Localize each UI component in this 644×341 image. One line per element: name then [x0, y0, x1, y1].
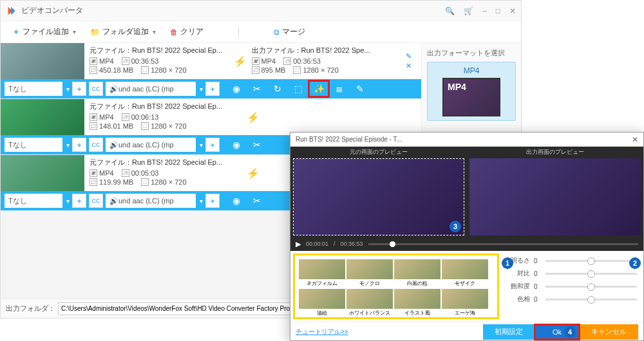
cc-button[interactable]: CC: [89, 194, 103, 208]
folder-icon: ▢: [90, 66, 97, 74]
clear-button[interactable]: 🗑クリア: [165, 24, 209, 40]
format-icon: ▣: [90, 57, 97, 65]
edit-icon[interactable]: ✎: [406, 52, 412, 60]
add-subtitle-button[interactable]: +: [72, 82, 86, 96]
dialog-close-icon[interactable]: ✕: [632, 135, 638, 144]
subtitle-select[interactable]: T なし: [5, 82, 62, 96]
cut-tool-icon[interactable]: ✂: [247, 192, 267, 209]
add-subtitle-button[interactable]: +: [72, 194, 86, 208]
dialog-footer: チュートリアル>> 初期設定 Ok4 キャンセル: [290, 322, 643, 341]
subtitle-select[interactable]: T なし: [5, 138, 62, 152]
contrast-slider[interactable]: [545, 273, 637, 275]
dialog-title: Run BTS! 2022 Special Episode - T...: [296, 136, 402, 143]
add-subtitle-button[interactable]: +: [72, 138, 86, 152]
play-button-icon[interactable]: ▶: [296, 240, 301, 248]
toolbar: ＋ファイル追加▾ 📁フォルダ追加▾ 🗑クリア ⧉マージ: [1, 21, 521, 43]
filter-thumb[interactable]: ホワイトバランス: [346, 289, 393, 317]
video-thumbnail[interactable]: [1, 99, 84, 135]
watermark-tool-icon[interactable]: ≣: [329, 80, 350, 97]
output-preview: [469, 158, 641, 235]
highlight-tool-icon[interactable]: ✎: [350, 80, 370, 97]
annotation-badge-4: 4: [564, 326, 576, 338]
preview-tool-icon[interactable]: ◉: [226, 80, 247, 97]
video-thumbnail[interactable]: [1, 43, 84, 79]
audio-track-select[interactable]: 🔊 und aac (LC) (mp: [106, 138, 196, 152]
output-format-select[interactable]: MP4: [427, 62, 516, 121]
cut-tool-icon[interactable]: ✂: [247, 136, 267, 153]
dialog-titlebar: Run BTS! 2022 Special Episode - T... ✕: [290, 133, 643, 147]
filter-thumb[interactable]: エーゲ海: [442, 289, 488, 317]
merge-button[interactable]: ⧉マージ: [269, 24, 310, 40]
convert-arrow-icon: ⚡: [247, 99, 260, 135]
add-folder-button[interactable]: 📁フォルダ追加▾: [85, 24, 161, 40]
cart-icon[interactable]: 🛒: [464, 6, 473, 15]
filter-thumb[interactable]: モノクロ: [346, 259, 393, 288]
filter-thumb[interactable]: イラスト風: [394, 289, 440, 317]
titlebar: ビデオコンバータ 🔍 🛒 – □ ✕: [1, 1, 521, 21]
filter-thumb[interactable]: 白黒の粒: [394, 259, 440, 288]
add-audio-button[interactable]: +: [205, 138, 220, 152]
adjustment-sliders: 明るさ0 対比0 飽和度0 色相0 2: [502, 251, 643, 322]
crop-tool-icon[interactable]: ⬚: [288, 80, 308, 97]
mp4-format-icon: [442, 78, 500, 116]
time-current: 00:00:01: [306, 241, 328, 247]
effects-tool-icon[interactable]: ✨: [308, 80, 329, 97]
effects-dialog: Run BTS! 2022 Special Episode - T... ✕ 元…: [290, 132, 644, 341]
preview-tool-icon[interactable]: ◉: [226, 136, 247, 153]
audio-track-select[interactable]: 🔊 und aac (LC) (mp: [106, 82, 196, 96]
preview-tool-icon[interactable]: ◉: [226, 192, 247, 209]
hue-slider[interactable]: [545, 299, 637, 300]
convert-arrow-icon: ⚡: [234, 43, 247, 79]
preview-area: 元の画面のプレビュー 3 出力画面のプレビュー: [290, 147, 643, 237]
saturation-slider[interactable]: [545, 286, 637, 288]
brightness-slider[interactable]: [545, 260, 637, 262]
filter-thumb[interactable]: モザイク: [442, 259, 488, 288]
filter-thumb[interactable]: 油絵: [299, 289, 345, 317]
cc-button[interactable]: CC: [89, 138, 103, 152]
convert-arrow-icon: ⚡: [247, 155, 260, 191]
output-folder-label: 出力フォルダ：: [6, 304, 55, 313]
output-preview-label: 出力画面のプレビュー: [526, 148, 584, 156]
source-filename: 元ファイル：Run BTS! 2022 Special Ep...: [90, 46, 229, 55]
source-preview[interactable]: 3: [293, 158, 464, 235]
rotate-tool-icon[interactable]: ↻: [267, 80, 288, 97]
cancel-button[interactable]: キャンセル: [580, 324, 638, 340]
annotation-badge-2: 2: [629, 257, 641, 269]
minimize-button[interactable]: –: [482, 6, 487, 15]
app-title: ビデオコンバータ: [21, 5, 83, 16]
add-audio-button[interactable]: +: [205, 194, 220, 208]
cc-button[interactable]: CC: [89, 82, 103, 96]
remove-icon[interactable]: ✕: [406, 62, 412, 70]
time-total: 00:36:53: [341, 241, 363, 247]
output-filename: 出力ファイル：Run BTS! 2022 Spe...: [252, 46, 391, 55]
dimensions-icon: ⬚: [141, 66, 149, 74]
filter-thumb[interactable]: ネガフィルム: [299, 259, 345, 288]
cut-tool-icon[interactable]: ✂: [247, 80, 267, 97]
timeline-slider[interactable]: [368, 243, 638, 245]
add-audio-button[interactable]: +: [205, 82, 220, 96]
search-icon[interactable]: 🔍: [445, 6, 455, 15]
tutorial-link[interactable]: チュートリアル>>: [296, 327, 348, 336]
file-item: 元ファイル：Run BTS! 2022 Special Ep... ▣MP4◷0…: [1, 43, 421, 99]
ok-button[interactable]: Ok4: [535, 324, 580, 340]
app-logo-icon: [6, 5, 17, 17]
filter-gallery: ネガフィルム モノクロ 白黒の粒 モザイク 油絵 ホワイトバランス イラスト風 …: [293, 253, 499, 319]
video-thumbnail[interactable]: [1, 155, 84, 191]
file-item-toolbar: T なし▾ + CC 🔊 und aac (LC) (mp▾ + ◉ ✂ ↻ ⬚…: [1, 79, 421, 98]
close-button[interactable]: ✕: [509, 6, 516, 15]
output-format-label: 出力フォーマットを選択: [427, 48, 516, 58]
timeline: ▶ 00:00:01/00:36:53: [290, 237, 643, 251]
maximize-button[interactable]: □: [496, 6, 500, 15]
source-preview-label: 元の画面のプレビュー: [350, 148, 408, 156]
reset-button[interactable]: 初期設定: [483, 324, 535, 340]
annotation-badge-3: 3: [450, 221, 461, 232]
audio-track-select[interactable]: 🔊 und aac (LC) (mp: [106, 194, 196, 208]
subtitle-select[interactable]: T なし: [5, 194, 62, 208]
add-file-button[interactable]: ＋ファイル追加▾: [7, 24, 81, 40]
clock-icon: ◷: [122, 57, 129, 65]
